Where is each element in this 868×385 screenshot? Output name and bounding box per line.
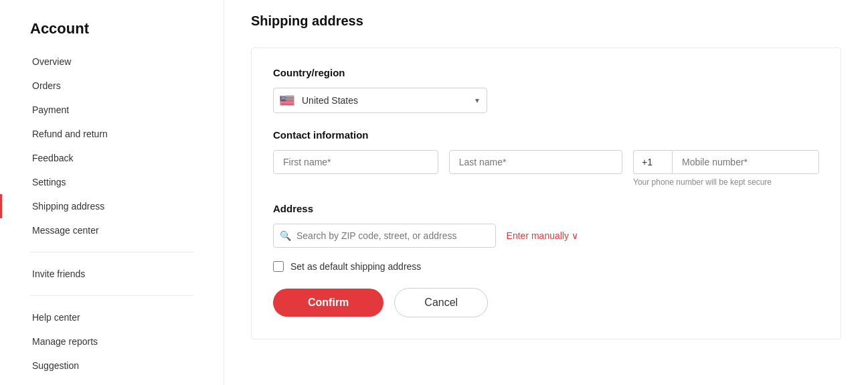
enter-manually-button[interactable]: Enter manually ∨ — [507, 230, 578, 241]
sidebar-item-ds-center[interactable]: DS Center — [0, 378, 224, 385]
cancel-button[interactable]: Cancel — [394, 288, 488, 317]
phone-code-input[interactable] — [633, 150, 672, 174]
default-shipping-label: Set as default shipping address — [290, 261, 421, 272]
phone-row — [633, 150, 819, 174]
sidebar-item-shipping-address[interactable]: Shipping address — [0, 194, 224, 218]
sidebar-item-orders[interactable]: Orders — [0, 74, 224, 98]
address-search-input[interactable] — [273, 224, 496, 248]
sidebar-item-suggestion[interactable]: Suggestion — [0, 354, 224, 378]
confirm-button[interactable]: Confirm — [273, 289, 383, 317]
default-checkbox-row: Set as default shipping address — [273, 261, 819, 272]
mobile-input[interactable] — [672, 150, 819, 174]
country-select[interactable]: United States Canada United Kingdom Aust… — [273, 88, 487, 113]
sidebar-nav-primary: Overview Orders Payment Refund and retur… — [0, 50, 224, 242]
address-section-label: Address — [273, 203, 819, 214]
sidebar-item-refund-return[interactable]: Refund and return — [0, 122, 224, 146]
address-section: Address 🔍 Enter manually ∨ — [273, 203, 819, 248]
sidebar-item-manage-reports[interactable]: Manage reports — [0, 329, 224, 354]
contact-section-label: Contact information — [273, 129, 819, 141]
sidebar-item-message-center[interactable]: Message center — [0, 218, 224, 242]
country-select-wrapper: ★ ★ ★ ★ ★ ★ ★ ★ ★ ★ ★ United States Cana… — [273, 88, 487, 113]
default-shipping-checkbox[interactable] — [273, 261, 284, 272]
sidebar-divider-2 — [30, 295, 193, 296]
main-content: Shipping address Country/region — [224, 0, 868, 385]
contact-row: Your phone number will be kept secure — [273, 150, 819, 187]
sidebar-item-overview[interactable]: Overview — [0, 50, 224, 74]
page-title: Shipping address — [251, 13, 841, 29]
sidebar-divider-1 — [30, 252, 193, 252]
country-section-label: Country/region — [273, 67, 819, 78]
shipping-form-card: Country/region ★ — [251, 48, 841, 339]
sidebar-item-invite-friends[interactable]: Invite friends — [0, 262, 224, 286]
address-search-wrapper: 🔍 Enter manually ∨ — [273, 224, 578, 248]
button-row: Confirm Cancel — [273, 288, 819, 317]
sidebar: Account Overview Orders Payment Refund a… — [0, 0, 224, 385]
chevron-down-icon-enter-manually: ∨ — [572, 230, 578, 241]
sidebar-title: Account — [0, 13, 224, 50]
sidebar-item-help-center[interactable]: Help center — [0, 305, 224, 329]
phone-group: Your phone number will be kept secure — [633, 150, 819, 187]
address-search-container: 🔍 — [273, 224, 496, 248]
sidebar-item-payment[interactable]: Payment — [0, 98, 224, 122]
sidebar-item-settings[interactable]: Settings — [0, 170, 224, 194]
phone-hint: Your phone number will be kept secure — [633, 177, 819, 187]
sidebar-item-feedback[interactable]: Feedback — [0, 146, 224, 170]
first-name-input[interactable] — [273, 150, 438, 174]
last-name-input[interactable] — [449, 150, 622, 174]
